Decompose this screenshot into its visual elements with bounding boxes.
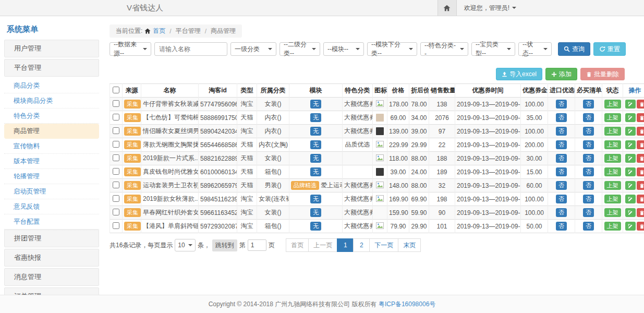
delete-button[interactable] bbox=[637, 140, 644, 149]
must-buy-toggle[interactable]: 否 bbox=[583, 100, 594, 109]
edit-button[interactable] bbox=[625, 195, 636, 203]
import-select-toggle[interactable]: 否 bbox=[556, 127, 567, 136]
filter-select-module-subcategory[interactable]: --模块下分类-- bbox=[367, 42, 417, 56]
sidebar-item-splash-mgmt[interactable]: 启动页管理 bbox=[4, 184, 99, 199]
status-badge[interactable]: 上架 bbox=[604, 181, 621, 190]
import-select-toggle[interactable]: 否 bbox=[556, 154, 567, 163]
sidebar-item-carousel-mgmt[interactable]: 轮播管理 bbox=[4, 169, 99, 184]
page-button-下一页[interactable]: 下一页 bbox=[369, 238, 398, 252]
status-badge[interactable]: 上架 bbox=[604, 113, 621, 122]
sidebar-item-feedback[interactable]: 意见反馈 bbox=[4, 199, 99, 214]
home-button[interactable] bbox=[438, 0, 457, 16]
sidebar-item-goods-category[interactable]: 商品分类 bbox=[4, 78, 99, 93]
status-badge[interactable]: 上架 bbox=[604, 222, 621, 231]
must-buy-toggle[interactable]: 否 bbox=[583, 127, 594, 136]
delete-button[interactable] bbox=[637, 154, 644, 163]
status-badge[interactable]: 上架 bbox=[604, 140, 621, 149]
batch-delete-button[interactable]: 批量删除 bbox=[580, 68, 625, 80]
row-checkbox[interactable] bbox=[113, 182, 119, 188]
delete-button[interactable] bbox=[637, 167, 644, 176]
sidebar-item-promo-materials[interactable]: 宣传物料 bbox=[4, 139, 99, 154]
filter-select-level1-category[interactable]: 一级分类 bbox=[230, 42, 276, 56]
row-checkbox[interactable] bbox=[113, 127, 119, 134]
sidebar-item-feature-category[interactable]: 特色分类 bbox=[4, 109, 99, 124]
must-buy-toggle[interactable]: 否 bbox=[583, 208, 594, 217]
delete-button[interactable] bbox=[637, 195, 644, 203]
sidebar-item-goods-mgmt[interactable]: 商品管理 bbox=[4, 124, 99, 139]
status-badge[interactable]: 上架 bbox=[604, 195, 621, 203]
user-menu[interactable]: 欢迎您，管理员! bbox=[464, 4, 516, 13]
import-select-toggle[interactable]: 否 bbox=[556, 140, 567, 149]
must-buy-toggle[interactable]: 否 bbox=[583, 140, 594, 149]
must-buy-toggle[interactable]: 否 bbox=[583, 195, 594, 203]
import-select-toggle[interactable]: 否 bbox=[556, 181, 567, 190]
select-all-checkbox[interactable] bbox=[113, 87, 119, 93]
filter-select-source[interactable]: --数据来源-- bbox=[110, 42, 151, 56]
sidebar-item-groupbuy-mgmt[interactable]: 拼团管理 bbox=[4, 230, 99, 247]
row-checkbox[interactable] bbox=[113, 209, 119, 215]
import-select-toggle[interactable]: 否 bbox=[556, 195, 567, 203]
breadcrumb-home-link[interactable]: 首页 bbox=[153, 27, 165, 35]
page-button-末页[interactable]: 末页 bbox=[398, 238, 421, 252]
row-checkbox[interactable] bbox=[113, 222, 119, 229]
must-buy-toggle[interactable]: 否 bbox=[583, 181, 594, 190]
reset-button[interactable]: 重置 bbox=[593, 42, 626, 56]
status-badge[interactable]: 上架 bbox=[604, 208, 621, 217]
filter-select-level2-category[interactable]: --二级分类-- bbox=[280, 42, 320, 56]
edit-button[interactable] bbox=[625, 167, 636, 176]
must-buy-toggle[interactable]: 否 bbox=[583, 222, 594, 231]
filter-select-module[interactable]: --模块-- bbox=[323, 42, 364, 56]
edit-button[interactable] bbox=[625, 181, 636, 190]
delete-button[interactable] bbox=[637, 181, 644, 190]
delete-button[interactable] bbox=[637, 127, 644, 136]
sidebar-item-message-mgmt[interactable]: 消息管理 bbox=[4, 268, 99, 286]
import-select-toggle[interactable]: 否 bbox=[556, 167, 567, 176]
import-select-toggle[interactable]: 否 bbox=[556, 208, 567, 217]
import-select-toggle[interactable]: 否 bbox=[556, 100, 567, 109]
row-checkbox[interactable] bbox=[113, 100, 119, 107]
per-page-select[interactable]: 10 bbox=[175, 239, 195, 251]
delete-button[interactable] bbox=[637, 100, 644, 109]
delete-button[interactable] bbox=[637, 113, 644, 122]
jump-button[interactable]: 跳转到 bbox=[212, 239, 237, 251]
must-buy-toggle[interactable]: 否 bbox=[583, 154, 594, 163]
row-checkbox[interactable] bbox=[113, 154, 119, 161]
filter-select-status[interactable]: --状态-- bbox=[518, 42, 552, 56]
page-button-2[interactable]: 2 bbox=[353, 238, 370, 252]
filter-select-item-type[interactable]: --宝贝类型-- bbox=[471, 42, 515, 56]
status-badge[interactable]: 上架 bbox=[604, 100, 621, 109]
sidebar-item-user-mgmt[interactable]: 用户管理 bbox=[4, 40, 99, 57]
import-select-toggle[interactable]: 否 bbox=[556, 113, 567, 122]
sidebar-item-news-express[interactable]: 省惠快报 bbox=[4, 249, 99, 267]
edit-button[interactable] bbox=[625, 208, 636, 217]
filter-select-feature-category[interactable]: --特色分类-- bbox=[420, 42, 468, 56]
must-buy-toggle[interactable]: 否 bbox=[583, 113, 594, 122]
row-checkbox[interactable] bbox=[113, 114, 119, 121]
search-button[interactable]: 查询 bbox=[558, 42, 590, 56]
sidebar-item-version-mgmt[interactable]: 版本管理 bbox=[4, 154, 99, 169]
sidebar-item-platform-config[interactable]: 平台配置 bbox=[4, 214, 99, 230]
status-badge[interactable]: 上架 bbox=[604, 154, 621, 163]
edit-button[interactable] bbox=[625, 113, 636, 122]
row-checkbox[interactable] bbox=[113, 168, 119, 175]
edit-button[interactable] bbox=[625, 100, 636, 109]
row-checkbox[interactable] bbox=[113, 141, 119, 148]
import-excel-button[interactable]: 导入excel bbox=[496, 68, 542, 80]
must-buy-toggle[interactable]: 否 bbox=[583, 167, 594, 176]
edit-button[interactable] bbox=[625, 154, 636, 163]
icp-link[interactable]: 粤ICP备16098006号 bbox=[379, 300, 435, 309]
status-badge[interactable]: 上架 bbox=[604, 167, 621, 176]
add-button[interactable]: 添加 bbox=[545, 68, 577, 80]
page-button-1[interactable]: 1 bbox=[337, 238, 354, 252]
status-badge[interactable]: 上架 bbox=[604, 127, 621, 136]
delete-button[interactable] bbox=[637, 222, 644, 231]
delete-button[interactable] bbox=[637, 208, 644, 217]
import-select-toggle[interactable]: 否 bbox=[556, 222, 567, 231]
name-search-input[interactable] bbox=[154, 42, 227, 56]
sidebar-item-module-goods-category[interactable]: 模块商品分类 bbox=[4, 93, 99, 109]
edit-button[interactable] bbox=[625, 222, 636, 231]
edit-button[interactable] bbox=[625, 127, 636, 136]
row-checkbox[interactable] bbox=[113, 195, 119, 202]
sidebar-item-platform-mgmt[interactable]: 平台管理 bbox=[4, 59, 99, 77]
page-number-input[interactable] bbox=[248, 239, 266, 251]
